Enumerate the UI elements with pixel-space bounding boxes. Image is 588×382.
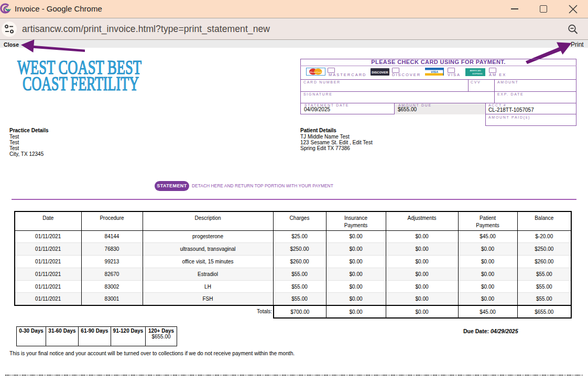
- svg-text:VISA: VISA: [431, 70, 438, 73]
- svg-text:EXPRESS: EXPRESS: [473, 72, 483, 75]
- svg-text:COAST FERTILITY: COAST FERTILITY: [23, 73, 139, 94]
- svg-text:AMERICAN: AMERICAN: [470, 69, 481, 72]
- svg-text:DISCOVER: DISCOVER: [372, 71, 388, 74]
- svg-text:MasterCard: MasterCard: [309, 71, 322, 73]
